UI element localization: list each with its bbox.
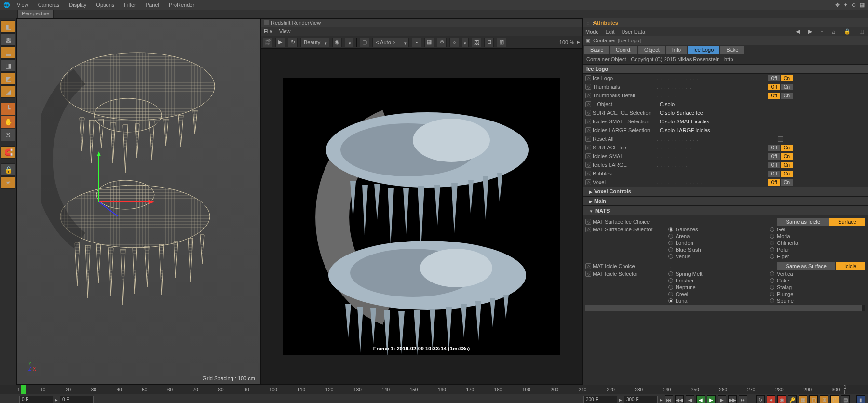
- section-mats[interactable]: ▼MATS: [583, 206, 868, 215]
- stepper-icon[interactable]: ▸: [55, 397, 58, 403]
- attr-menu-edit[interactable]: Edit: [606, 29, 615, 35]
- tool-plane[interactable]: ▤: [1, 46, 15, 59]
- menu-options[interactable]: Options: [92, 1, 119, 9]
- surface-toggle[interactable]: OffOn: [768, 145, 793, 151]
- tool-model[interactable]: ◨: [1, 59, 15, 72]
- tool-poly[interactable]: ◩: [1, 72, 15, 85]
- nav-back-icon[interactable]: ◀: [795, 28, 800, 35]
- key-icon[interactable]: ◇: [585, 171, 591, 176]
- render-menu-file[interactable]: File: [264, 28, 272, 35]
- tool-checker[interactable]: ▩: [1, 33, 15, 46]
- step-back-icon[interactable]: ◀◀: [675, 395, 684, 403]
- panel-grip-icon[interactable]: ⋮⋮: [585, 20, 591, 26]
- snow-icon[interactable]: ❄: [437, 38, 447, 47]
- circle-icon[interactable]: ○: [449, 38, 459, 47]
- timeline[interactable]: 1102030405060708090100110120130140150160…: [0, 385, 868, 394]
- reset-checkbox[interactable]: [778, 136, 783, 142]
- surfsel-value[interactable]: C solo Surface Ice: [657, 110, 865, 116]
- key-icon[interactable]: ◇: [585, 263, 591, 269]
- home-icon[interactable]: ⌂: [831, 29, 836, 35]
- opt3-icon[interactable]: ⊞: [820, 395, 828, 403]
- opt1-icon[interactable]: ▦: [799, 395, 807, 403]
- key-icon[interactable]: ◇: [585, 93, 591, 98]
- tool-edge[interactable]: ◪: [1, 85, 15, 98]
- icicle-radio-group[interactable]: Spring MeltVertica FrasherCake NeptuneSt…: [666, 271, 865, 304]
- key-icon[interactable]: ◇: [585, 271, 591, 277]
- menu-filter[interactable]: Filter: [120, 1, 140, 9]
- goto-end-icon[interactable]: ⏭: [739, 395, 747, 403]
- img1-icon[interactable]: 🖼: [472, 38, 481, 47]
- tool-cube[interactable]: ◧: [1, 20, 15, 33]
- voxel-toggle[interactable]: OffOn: [768, 179, 793, 186]
- lock-icon[interactable]: 🔒: [843, 28, 852, 35]
- tab-bake[interactable]: Bake: [720, 46, 744, 54]
- render-menu-view[interactable]: View: [279, 28, 291, 35]
- goto-start-icon[interactable]: ⏮: [665, 395, 673, 403]
- key-icon[interactable]: ◇: [585, 75, 591, 81]
- stepper-icon[interactable]: ▸: [660, 397, 663, 403]
- key-icon[interactable]: ◇: [585, 227, 591, 232]
- loop-icon[interactable]: ↻: [756, 395, 765, 403]
- tool-move[interactable]: ✋: [1, 116, 15, 128]
- menu-display[interactable]: Display: [65, 1, 91, 9]
- key-icon[interactable]: ◇: [585, 153, 591, 159]
- tab-info[interactable]: Info: [666, 46, 687, 54]
- mic-toggle[interactable]: Same as SurfaceIcicle: [777, 262, 865, 270]
- channel-icon[interactable]: ◉: [332, 38, 342, 47]
- key-icon[interactable]: 🔑: [788, 395, 797, 403]
- refresh-icon[interactable]: ↻: [288, 38, 298, 47]
- tool-lock[interactable]: 🔒: [1, 163, 15, 176]
- tool-s[interactable]: S: [1, 129, 15, 141]
- opt2-icon[interactable]: ◫: [809, 395, 818, 403]
- p-icon[interactable]: P: [830, 395, 839, 403]
- next-frame-icon[interactable]: ▶: [718, 395, 726, 403]
- img2-icon[interactable]: ⊞: [484, 38, 494, 47]
- nav-icon-3[interactable]: ⊕: [850, 1, 857, 9]
- frame-current[interactable]: 0 F: [60, 396, 94, 403]
- tab-icelogo[interactable]: Ice Logo: [688, 46, 719, 54]
- aov-dropdown[interactable]: Beauty: [300, 38, 329, 47]
- frame-start[interactable]: 0 F: [19, 396, 53, 403]
- icelogo-toggle[interactable]: OffOn: [768, 75, 793, 81]
- key-icon[interactable]: ◇: [585, 179, 591, 185]
- grid-icon[interactable]: ▦: [424, 38, 434, 47]
- menu-view[interactable]: View: [13, 1, 33, 9]
- play-back-icon[interactable]: ◀: [696, 395, 705, 403]
- panel-toggle[interactable]: ▮: [856, 395, 865, 403]
- key-icon[interactable]: ◇: [585, 101, 591, 107]
- key-icon[interactable]: ◇: [585, 162, 591, 168]
- key-icon[interactable]: ◇: [585, 84, 591, 90]
- msic-toggle[interactable]: Same as IcicleSurface: [777, 218, 865, 226]
- bubbles-toggle[interactable]: OffOn: [768, 171, 793, 177]
- auto-dropdown[interactable]: < Auto >: [372, 38, 409, 47]
- isil-toggle[interactable]: OffOn: [768, 162, 793, 168]
- timeline-playhead[interactable]: [21, 385, 26, 394]
- key-icon[interactable]: ◇: [585, 127, 591, 133]
- menu-panel[interactable]: Panel: [141, 1, 163, 9]
- tool-axis[interactable]: ┗: [1, 103, 15, 115]
- thumbnails-toggle[interactable]: OffOn: [768, 84, 793, 90]
- play-fwd-icon[interactable]: ▶: [707, 395, 716, 403]
- record-icon[interactable]: ●: [767, 395, 775, 403]
- key-icon[interactable]: ◇: [585, 119, 591, 124]
- perspective-viewport[interactable]: Y Z X Grid Spacing : 100 cm: [16, 18, 260, 385]
- key-icon[interactable]: ○: [585, 136, 591, 142]
- menu-prorender[interactable]: ProRender: [164, 1, 199, 9]
- key-icon[interactable]: ◇: [585, 110, 591, 116]
- step-fwd-icon[interactable]: ▶▶: [728, 395, 737, 403]
- isis-toggle[interactable]: OffOn: [768, 153, 793, 160]
- zoom-stepper[interactable]: ▸: [577, 39, 580, 45]
- section-main[interactable]: ▶Main: [583, 196, 868, 206]
- stepper-icon[interactable]: ▸: [619, 397, 622, 403]
- key-icon[interactable]: ◇: [585, 145, 591, 150]
- autokey-icon[interactable]: ◉: [777, 395, 786, 403]
- attr-menu-mode[interactable]: Mode: [585, 29, 599, 35]
- tab-basic[interactable]: Basic: [584, 46, 609, 54]
- globe-icon[interactable]: 🌐: [2, 1, 12, 9]
- thumbdetail-toggle[interactable]: OffOn: [768, 93, 793, 99]
- attrib-hscroll[interactable]: [585, 305, 865, 311]
- nav-icon-2[interactable]: ✦: [842, 1, 849, 9]
- prev-frame-icon[interactable]: ◀: [686, 395, 694, 403]
- icis-value[interactable]: C solo SMALL icicles: [657, 119, 865, 124]
- nav-fwd-icon[interactable]: ▶: [807, 28, 813, 35]
